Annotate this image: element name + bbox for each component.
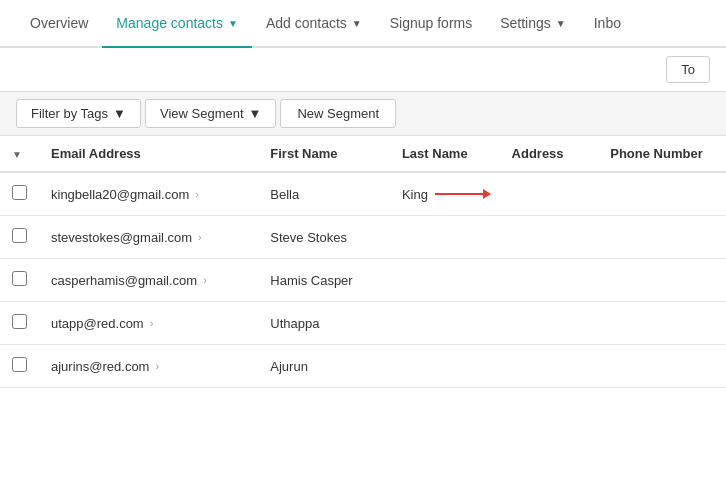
- row-email-cell: ajurins@red.com›: [39, 345, 258, 388]
- row-email-link[interactable]: kingbella20@gmail.com›: [51, 187, 246, 202]
- row-email-cell: utapp@red.com›: [39, 302, 258, 345]
- row-address-cell: [500, 259, 599, 302]
- row-email-link[interactable]: ajurins@red.com›: [51, 359, 246, 374]
- contacts-table: ▼ Email Address First Name Last Name Add…: [0, 136, 726, 388]
- annotation-red-arrow: [435, 193, 490, 195]
- row-checkbox-cell: [0, 302, 39, 345]
- header-lastname: Last Name: [390, 136, 500, 172]
- manage-contacts-caret: ▼: [228, 18, 238, 29]
- nav-item-settings[interactable]: Settings ▼: [486, 0, 580, 47]
- row-email-cell: kingbella20@gmail.com›: [39, 172, 258, 216]
- settings-caret: ▼: [556, 18, 566, 29]
- row-lastname-cell: [390, 302, 500, 345]
- row-firstname-cell: Steve Stokes: [258, 216, 390, 259]
- row-email-link[interactable]: casperhamis@gmail.com›: [51, 273, 246, 288]
- header-firstname: First Name: [258, 136, 390, 172]
- sort-caret-icon[interactable]: ▼: [12, 149, 22, 160]
- table-row: ajurins@red.com›Ajurun: [0, 345, 726, 388]
- nav-item-overview[interactable]: Overview: [16, 0, 102, 47]
- header-address-label: Address: [512, 146, 564, 161]
- row-address-cell: [500, 172, 599, 216]
- row-email-text: utapp@red.com: [51, 316, 144, 331]
- row-firstname-cell: Uthappa: [258, 302, 390, 345]
- row-phone-cell: [598, 345, 726, 388]
- row-lastname-cell: [390, 259, 500, 302]
- row-checkbox[interactable]: [12, 228, 27, 243]
- nav-item-signup-forms[interactable]: Signup forms: [376, 0, 486, 47]
- header-email: Email Address: [39, 136, 258, 172]
- contacts-table-container: ▼ Email Address First Name Last Name Add…: [0, 136, 726, 388]
- row-lastname-cell: [390, 345, 500, 388]
- row-arrow-icon: ›: [155, 360, 159, 372]
- header-checkbox-col: ▼: [0, 136, 39, 172]
- row-firstname-cell: Bella: [258, 172, 390, 216]
- row-phone-cell: [598, 172, 726, 216]
- add-contacts-caret: ▼: [352, 18, 362, 29]
- row-arrow-icon: ›: [198, 231, 202, 243]
- nav-item-manage-contacts[interactable]: Manage contacts ▼: [102, 0, 252, 48]
- row-email-cell: stevestokes@gmail.com›: [39, 216, 258, 259]
- filter-by-tags-button[interactable]: Filter by Tags ▼: [16, 99, 141, 128]
- row-arrow-icon: ›: [150, 317, 154, 329]
- row-phone-cell: [598, 302, 726, 345]
- row-email-link[interactable]: stevestokes@gmail.com›: [51, 230, 246, 245]
- row-email-link[interactable]: utapp@red.com›: [51, 316, 246, 331]
- nav-manage-contacts-label: Manage contacts: [116, 15, 223, 31]
- nav-signup-forms-label: Signup forms: [390, 15, 472, 31]
- row-checkbox[interactable]: [12, 185, 27, 200]
- row-email-text: stevestokes@gmail.com: [51, 230, 192, 245]
- nav-item-inbo[interactable]: Inbo: [580, 0, 635, 47]
- row-address-cell: [500, 302, 599, 345]
- toolbar-row: To: [0, 48, 726, 92]
- row-checkbox-cell: [0, 259, 39, 302]
- row-arrow-icon: ›: [203, 274, 207, 286]
- toolbar-right: To: [666, 56, 710, 83]
- table-row: stevestokes@gmail.com›Steve Stokes: [0, 216, 726, 259]
- header-firstname-label: First Name: [270, 146, 337, 161]
- row-phone-cell: [598, 216, 726, 259]
- row-checkbox[interactable]: [12, 271, 27, 286]
- row-checkbox[interactable]: [12, 357, 27, 372]
- row-email-text: kingbella20@gmail.com: [51, 187, 189, 202]
- nav-inbo-label: Inbo: [594, 15, 621, 31]
- view-segment-label: View Segment: [160, 106, 244, 121]
- view-segment-button[interactable]: View Segment ▼: [145, 99, 276, 128]
- row-checkbox-cell: [0, 216, 39, 259]
- filter-by-tags-label: Filter by Tags: [31, 106, 108, 121]
- row-email-text: casperhamis@gmail.com: [51, 273, 197, 288]
- row-checkbox-cell: [0, 345, 39, 388]
- view-segment-caret: ▼: [249, 106, 262, 121]
- row-firstname-cell: Hamis Casper: [258, 259, 390, 302]
- header-phone: Phone Number: [598, 136, 726, 172]
- row-lastname-cell: [390, 216, 500, 259]
- row-address-cell: [500, 345, 599, 388]
- table-row: casperhamis@gmail.com›Hamis Casper: [0, 259, 726, 302]
- row-email-text: ajurins@red.com: [51, 359, 149, 374]
- top-nav: Overview Manage contacts ▼ Add contacts …: [0, 0, 726, 48]
- nav-add-contacts-label: Add contacts: [266, 15, 347, 31]
- row-phone-cell: [598, 259, 726, 302]
- header-lastname-label: Last Name: [402, 146, 468, 161]
- toolbar-to-button[interactable]: To: [666, 56, 710, 83]
- row-email-cell: casperhamis@gmail.com›: [39, 259, 258, 302]
- row-firstname-cell: Ajurun: [258, 345, 390, 388]
- new-segment-button[interactable]: New Segment: [280, 99, 396, 128]
- table-row: kingbella20@gmail.com›BellaKing: [0, 172, 726, 216]
- header-phone-label: Phone Number: [610, 146, 702, 161]
- nav-settings-label: Settings: [500, 15, 551, 31]
- row-address-cell: [500, 216, 599, 259]
- nav-item-add-contacts[interactable]: Add contacts ▼: [252, 0, 376, 47]
- nav-overview-label: Overview: [30, 15, 88, 31]
- filter-bar: Filter by Tags ▼ View Segment ▼ New Segm…: [0, 92, 726, 136]
- header-email-label: Email Address: [51, 146, 141, 161]
- filter-tags-caret: ▼: [113, 106, 126, 121]
- table-row: utapp@red.com›Uthappa: [0, 302, 726, 345]
- row-checkbox-cell: [0, 172, 39, 216]
- row-arrow-icon: ›: [195, 188, 199, 200]
- row-checkbox[interactable]: [12, 314, 27, 329]
- header-address: Address: [500, 136, 599, 172]
